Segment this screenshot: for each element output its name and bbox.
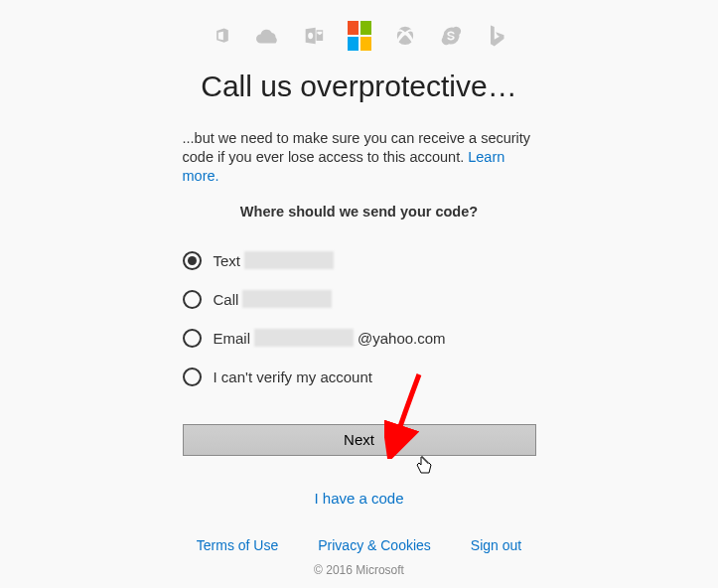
- option-text[interactable]: Text: [183, 241, 536, 280]
- page-title: Call us overprotective…: [0, 70, 718, 103]
- signout-link[interactable]: Sign out: [471, 537, 521, 553]
- xbox-icon: [393, 24, 417, 48]
- outlook-icon: [302, 24, 326, 48]
- content: ...but we need to make sure you can rece…: [183, 129, 536, 577]
- office-icon: [211, 24, 234, 48]
- skype-icon: [439, 24, 463, 48]
- description: ...but we need to make sure you can rece…: [183, 129, 536, 186]
- next-button[interactable]: Next: [183, 424, 536, 456]
- onedrive-icon: [256, 24, 280, 48]
- option-label: I can't verify my account: [214, 368, 372, 385]
- terms-link[interactable]: Terms of Use: [197, 537, 278, 553]
- masked-phone: [242, 290, 332, 308]
- radio-icon[interactable]: [183, 290, 202, 309]
- option-label: Email @yahoo.com: [214, 329, 446, 347]
- microsoft-logo: [348, 24, 371, 48]
- bing-icon: [485, 24, 508, 48]
- option-cant-verify[interactable]: I can't verify my account: [183, 358, 536, 396]
- masked-email: [254, 329, 354, 347]
- have-code-link[interactable]: I have a code: [314, 490, 403, 507]
- masked-phone: [244, 251, 334, 269]
- option-email[interactable]: Email @yahoo.com: [183, 319, 536, 358]
- privacy-link[interactable]: Privacy & Cookies: [318, 537, 431, 553]
- header-icons: [0, 0, 718, 48]
- option-call[interactable]: Call: [183, 280, 536, 319]
- have-code: I have a code: [183, 490, 536, 508]
- option-label: Call: [214, 290, 333, 308]
- option-label: Text: [214, 251, 335, 269]
- radio-icon[interactable]: [183, 368, 202, 386]
- radio-icon[interactable]: [183, 329, 202, 348]
- copyright: © 2016 Microsoft: [183, 563, 536, 577]
- radio-icon[interactable]: [183, 251, 202, 270]
- footer-links: Terms of Use Privacy & Cookies Sign out: [183, 537, 536, 553]
- prompt: Where should we send your code?: [183, 204, 536, 220]
